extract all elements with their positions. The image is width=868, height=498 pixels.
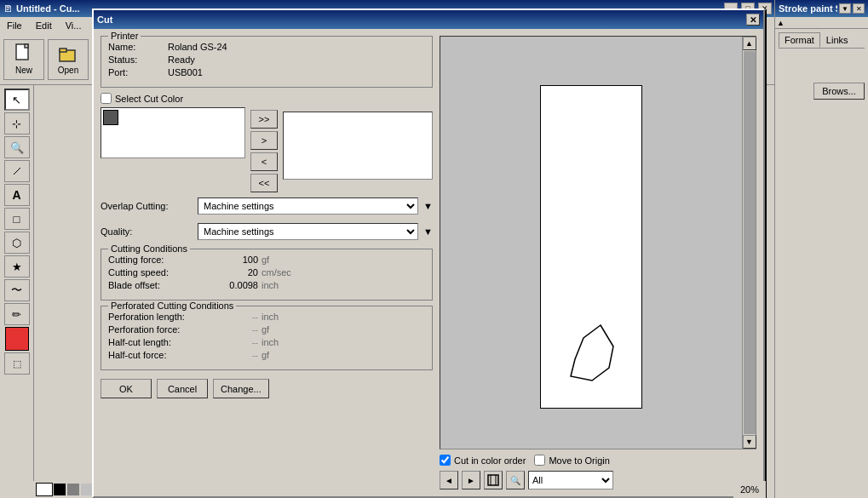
transfer-all-right-btn[interactable]: >> bbox=[250, 110, 278, 129]
transfer-all-left-btn[interactable]: << bbox=[250, 174, 278, 192]
change-button[interactable]: Change... bbox=[213, 379, 269, 398]
zoom-select[interactable]: All 25% 50% 75% 100% 150% 200% bbox=[528, 471, 613, 489]
dialog-titlebar: Cut ✕ bbox=[94, 10, 763, 29]
preview-canvas bbox=[440, 37, 742, 449]
halfcut-length-label: Half-cut length: bbox=[108, 337, 210, 347]
perforated-conditions-group: Perforated Cutting Conditions Perforatio… bbox=[101, 306, 433, 370]
printer-name-row: Name: Roland GS-24 bbox=[108, 42, 425, 52]
stroke-panel-close-btn[interactable]: ✕ bbox=[853, 3, 865, 14]
preview-paper bbox=[540, 85, 642, 409]
overlap-cutting-row: Overlap Cutting: Machine settings On Off… bbox=[101, 197, 433, 215]
transfer-right-btn[interactable]: > bbox=[250, 131, 278, 150]
tab-format[interactable]: Format bbox=[779, 32, 820, 48]
printer-group-label: Printer bbox=[108, 31, 141, 41]
cutting-speed-label: Cutting speed: bbox=[108, 267, 210, 278]
dialog-title: Cut bbox=[97, 14, 746, 25]
magnify-btn[interactable]: 🔍 bbox=[506, 471, 525, 489]
blade-offset-label: Blade offset: bbox=[108, 280, 210, 290]
halfcut-force-label: Half-cut force: bbox=[108, 350, 210, 360]
preview-shape bbox=[566, 321, 618, 391]
halfcut-force-value: -- bbox=[210, 350, 262, 360]
perforation-force-row: Perforation force: -- gf bbox=[108, 324, 425, 335]
dialog-content: Printer Name: Roland GS-24 Status: Ready… bbox=[94, 29, 763, 496]
perforation-length-label: Perforation length: bbox=[108, 312, 210, 322]
cutting-speed-row: Cutting speed: 20 cm/sec bbox=[108, 267, 425, 278]
scroll-track[interactable] bbox=[744, 51, 756, 434]
overlap-cutting-select[interactable]: Machine settings On Off bbox=[198, 197, 418, 215]
fit-btn[interactable] bbox=[484, 471, 503, 489]
printer-port-row: Port: USB001 bbox=[108, 67, 425, 77]
stroke-paint-panel: Stroke paint Stro ▼ ✕ ▲ Format Links Bro… bbox=[774, 0, 868, 498]
color-section: Select Cut Color >> > < << bbox=[101, 93, 433, 192]
dialog-right-panel: ▲ ▼ bbox=[440, 36, 756, 489]
preview-scrollbar: ▲ ▼ bbox=[742, 37, 756, 449]
blade-offset-unit: inch bbox=[262, 280, 279, 290]
quality-select[interactable]: Machine settings High Medium Low bbox=[198, 223, 418, 240]
bottom-options-row: Cut in color order Move to Origin bbox=[440, 455, 756, 466]
stroke-panel-titlebar: Stroke paint Stro ▼ ✕ bbox=[775, 0, 868, 17]
scroll-down-btn[interactable]: ▼ bbox=[743, 435, 756, 449]
cut-dialog: Cut ✕ Printer Name: Roland GS-24 Status:… bbox=[92, 9, 765, 498]
quality-label: Quality: bbox=[101, 226, 194, 237]
browse-btn[interactable]: Brows... bbox=[813, 83, 865, 100]
color-right-list[interactable] bbox=[283, 112, 433, 180]
stroke-tabs: Format Links bbox=[779, 32, 865, 49]
ok-button[interactable]: OK bbox=[101, 379, 152, 398]
tab-links[interactable]: Links bbox=[820, 32, 854, 48]
move-to-origin-label: Move to Origin bbox=[549, 455, 610, 466]
cutting-force-unit: gf bbox=[262, 255, 269, 265]
cutting-speed-unit: cm/sec bbox=[262, 267, 291, 278]
stroke-panel-expand-btn[interactable]: ▼ bbox=[839, 3, 851, 14]
quality-row: Quality: Machine settings High Medium Lo… bbox=[101, 223, 433, 240]
color-left: Select Cut Color bbox=[101, 93, 245, 158]
perforation-length-row: Perforation length: -- inch bbox=[108, 312, 425, 322]
preview-area: ▲ ▼ bbox=[440, 36, 756, 449]
halfcut-length-unit: inch bbox=[262, 337, 279, 347]
scroll-up-btn[interactable]: ▲ bbox=[743, 37, 756, 50]
cut-in-color-order-label: Cut in color order bbox=[454, 455, 526, 466]
printer-name-value: Roland GS-24 bbox=[168, 42, 227, 52]
printer-port-label: Port: bbox=[108, 67, 168, 77]
perforation-length-value: -- bbox=[210, 312, 262, 322]
halfcut-length-row: Half-cut length: -- inch bbox=[108, 337, 425, 347]
perforation-force-value: -- bbox=[210, 324, 262, 335]
cutting-speed-value: 20 bbox=[210, 267, 262, 278]
transfer-buttons: >> > < << bbox=[250, 110, 278, 192]
browse-area: Brows... bbox=[779, 83, 865, 100]
cancel-button[interactable]: Cancel bbox=[157, 379, 208, 398]
printer-status-label: Status: bbox=[108, 54, 168, 65]
printer-port-value: USB001 bbox=[168, 67, 203, 77]
select-cut-color-label: Select Cut Color bbox=[115, 94, 183, 104]
select-cut-color-row: Select Cut Color bbox=[101, 93, 245, 104]
printer-group: Printer Name: Roland GS-24 Status: Ready… bbox=[101, 36, 433, 88]
color-list-area[interactable] bbox=[101, 107, 245, 158]
nav-prev-btn[interactable]: ◄ bbox=[440, 471, 458, 489]
perforation-force-label: Perforation force: bbox=[108, 324, 210, 335]
halfcut-force-unit: gf bbox=[262, 350, 269, 360]
cutting-conditions-group: Cutting Conditions Cutting force: 100 gf… bbox=[101, 249, 433, 301]
color-list-item bbox=[103, 110, 118, 125]
transfer-left-btn[interactable]: < bbox=[250, 152, 278, 171]
select-cut-color-checkbox[interactable] bbox=[101, 93, 112, 104]
blade-offset-value: 0.0098 bbox=[210, 280, 262, 290]
printer-status-value: Ready bbox=[168, 54, 195, 65]
dialog-overlay: Cut ✕ Printer Name: Roland GS-24 Status:… bbox=[0, 0, 775, 498]
svg-rect-5 bbox=[488, 475, 498, 485]
stroke-panel-scroll-up[interactable]: ▲ bbox=[777, 19, 785, 27]
cut-in-color-order-option: Cut in color order bbox=[440, 455, 526, 466]
overlap-cutting-label: Overlap Cutting: bbox=[101, 201, 194, 211]
cut-in-color-order-checkbox[interactable] bbox=[440, 455, 451, 466]
nav-next-btn[interactable]: ► bbox=[462, 471, 480, 489]
blade-offset-row: Blade offset: 0.0098 inch bbox=[108, 280, 425, 290]
cutting-force-row: Cutting force: 100 gf bbox=[108, 255, 425, 265]
halfcut-length-value: -- bbox=[210, 337, 262, 347]
dialog-close-button[interactable]: ✕ bbox=[746, 14, 760, 26]
zoom-value: 20% bbox=[740, 484, 759, 495]
stroke-panel-content: Format Links Brows... bbox=[775, 29, 868, 103]
move-to-origin-checkbox[interactable] bbox=[534, 455, 545, 466]
perforation-length-unit: inch bbox=[262, 312, 279, 322]
dialog-bottom-buttons: OK Cancel Change... bbox=[101, 379, 433, 398]
cutting-force-value: 100 bbox=[210, 255, 262, 265]
perforation-force-unit: gf bbox=[262, 324, 269, 335]
move-to-origin-option: Move to Origin bbox=[534, 455, 610, 466]
